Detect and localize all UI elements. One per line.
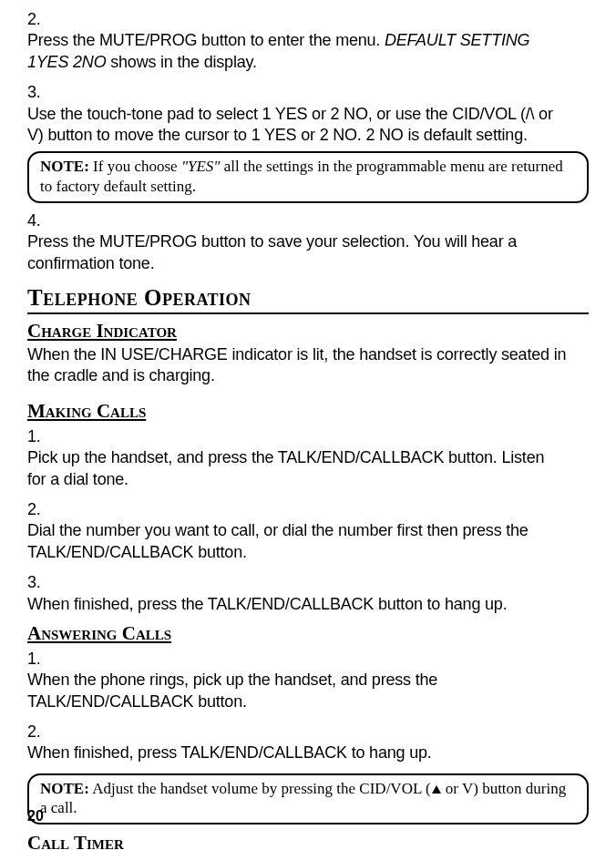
note-quote: "YES" [181,158,221,175]
list-item: 2. Dial the number you want to call, or … [27,499,589,563]
item-body: When the phone rings, pick up the handse… [27,670,565,712]
step-3: 3. Use the touch-tone pad to select 1 YE… [27,82,589,146]
step-number: 2. [27,9,47,30]
caret-up-icon [432,785,441,794]
note-text: Adjust the handset volume by pressing th… [89,780,431,797]
subsection-title: Making Calls [27,400,589,423]
subsection-title: Charge Indicator [27,320,589,343]
list-item: 1. When the phone rings, pick up the han… [27,649,589,712]
item-number: 3. [27,572,47,593]
note-label: NOTE: [40,158,89,175]
item-number: 2. [27,499,47,520]
text: shows in the display. [106,53,256,71]
item-body: Pick up the handset, and press the TALK/… [27,447,565,490]
note-box: NOTE: If you choose "YES" all the settin… [27,151,589,203]
step-2: 2. Press the MUTE/PROG button to enter t… [27,9,589,73]
note-text: If you choose [89,158,181,175]
item-number: 1. [27,649,47,670]
manual-page: 2. Press the MUTE/PROG button to enter t… [0,0,616,850]
section-title: Telephone Operation [27,285,589,314]
step-number: 3. [27,82,47,103]
list-item: 2. When finished, press TALK/END/CALLBAC… [27,722,589,764]
step-body: Use the touch-tone pad to select 1 YES o… [27,104,565,147]
item-body: When finished, press the TALK/END/CALLBA… [27,594,565,615]
item-number: 2. [27,722,47,742]
page-number: 20 [27,808,44,824]
note-box: NOTE: Adjust the handset volume by press… [27,773,589,825]
note-label: NOTE: [40,780,89,797]
item-body: Dial the number you want to call, or dia… [27,520,565,563]
item-number: 1. [27,426,47,447]
subsection-title: Call Timer [27,832,589,850]
list-item: 3. When finished, press the TALK/END/CAL… [27,572,589,615]
step-4: 4. Press the MUTE/PROG button to save yo… [27,210,589,274]
step-body: Press the MUTE/PROG button to save your … [27,231,565,274]
item-body: When finished, press TALK/END/CALLBACK t… [27,742,565,763]
subsection-title: Answering Calls [27,622,589,645]
step-body: Press the MUTE/PROG button to enter the … [27,30,565,73]
text: Press the MUTE/PROG button to enter the … [27,31,385,49]
list-item: 1. Pick up the handset, and press the TA… [27,426,589,490]
paragraph: When the IN USE/CHARGE indicator is lit,… [27,344,589,387]
step-number: 4. [27,210,47,231]
